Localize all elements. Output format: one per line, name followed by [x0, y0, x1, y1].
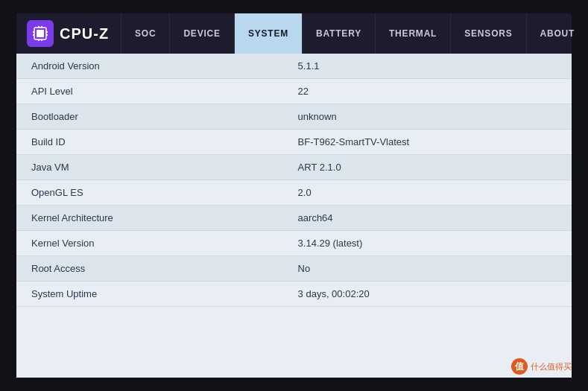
- table-row: Kernel Architectureaarch64: [16, 206, 572, 231]
- row-label: Java VM: [16, 155, 283, 180]
- svg-rect-4: [46, 31, 48, 33]
- tab-system[interactable]: SYSTEM: [234, 13, 302, 54]
- table-row: Build IDBF-T962-SmartTV-Vlatest: [16, 130, 572, 155]
- svg-rect-5: [46, 34, 48, 36]
- svg-rect-1: [37, 30, 44, 37]
- tab-device[interactable]: DEVICE: [169, 13, 233, 54]
- table-row: System Uptime3 days, 00:02:20: [16, 282, 572, 307]
- row-value: 5.1.1: [283, 54, 572, 79]
- svg-rect-2: [33, 31, 34, 33]
- table-row: API Level22: [16, 79, 572, 104]
- row-value: 2.0: [283, 180, 572, 206]
- tab-soc[interactable]: SOC: [121, 13, 169, 54]
- row-value: aarch64: [283, 206, 572, 231]
- tab-thermal[interactable]: THERMAL: [375, 13, 450, 54]
- table-row: Root AccessNo: [16, 256, 572, 282]
- nav-tabs: SOCDEVICESYSTEMBATTERYTHERMALSENSORSABOU…: [121, 13, 588, 54]
- svg-rect-7: [41, 26, 42, 28]
- app-title: CPU-Z: [60, 25, 109, 42]
- logo-area: CPU-Z: [16, 13, 121, 54]
- svg-rect-3: [33, 34, 34, 36]
- row-label: Kernel Architecture: [16, 206, 283, 231]
- watermark: 值 什么值得买: [511, 358, 572, 375]
- tab-about[interactable]: ABOUT: [526, 13, 588, 54]
- row-label: Build ID: [16, 130, 283, 155]
- screen-frame: CPU-Z SOCDEVICESYSTEMBATTERYTHERMALSENSO…: [0, 0, 588, 391]
- row-value: unknown: [283, 104, 572, 130]
- row-value: 3.14.29 (latest): [283, 231, 572, 256]
- row-label: Kernel Version: [16, 231, 283, 256]
- row-value: 3 days, 00:02:20: [283, 282, 572, 307]
- svg-rect-8: [38, 39, 39, 41]
- table-row: Bootloaderunknown: [16, 104, 572, 130]
- row-value: BF-T962-SmartTV-Vlatest: [283, 130, 572, 155]
- watermark-icon: 值: [511, 358, 528, 375]
- row-label: OpenGL ES: [16, 180, 283, 206]
- content-area: Android Version5.1.1API Level22Bootloade…: [16, 54, 572, 378]
- row-label: System Uptime: [16, 282, 283, 307]
- system-info-table: Android Version5.1.1API Level22Bootloade…: [16, 54, 572, 307]
- table-row: Java VMART 2.1.0: [16, 155, 572, 180]
- table-row: OpenGL ES2.0: [16, 180, 572, 206]
- row-label: Root Access: [16, 256, 283, 282]
- row-label: Android Version: [16, 54, 283, 79]
- tab-sensors[interactable]: SENSORS: [450, 13, 525, 54]
- row-label: Bootloader: [16, 104, 283, 130]
- cpu-z-icon: [27, 20, 54, 47]
- watermark-text: 什么值得买: [531, 361, 572, 372]
- table-row: Kernel Version3.14.29 (latest): [16, 231, 572, 256]
- tab-battery[interactable]: BATTERY: [302, 13, 375, 54]
- row-value: No: [283, 256, 572, 282]
- row-value: ART 2.1.0: [283, 155, 572, 180]
- header: CPU-Z SOCDEVICESYSTEMBATTERYTHERMALSENSO…: [16, 13, 572, 54]
- row-label: API Level: [16, 79, 283, 104]
- row-value: 22: [283, 79, 572, 104]
- svg-rect-9: [41, 39, 42, 41]
- svg-rect-6: [38, 26, 39, 28]
- table-row: Android Version5.1.1: [16, 54, 572, 79]
